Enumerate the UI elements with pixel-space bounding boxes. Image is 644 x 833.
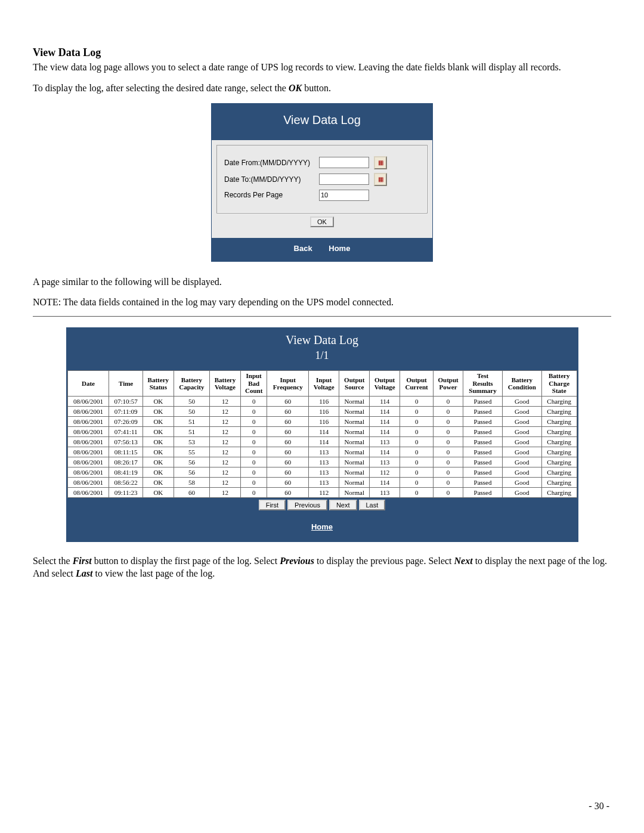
table-cell: 0 — [433, 457, 463, 467]
table-cell: 114 — [369, 427, 400, 437]
table-cell: Charging — [541, 457, 577, 467]
table-cell: Normal — [339, 457, 369, 467]
date-from-calendar-icon[interactable]: ▦ — [374, 156, 387, 169]
column-header: Time — [109, 371, 143, 397]
table-cell: OK — [143, 457, 174, 467]
table-cell: Charging — [541, 467, 577, 478]
table-cell: 60 — [267, 397, 309, 407]
table-cell: 08/06/2001 — [67, 397, 109, 407]
note-text: NOTE: The data fields contained in the l… — [33, 296, 611, 309]
table-cell: Charging — [541, 407, 577, 417]
table-cell: 0 — [240, 407, 267, 417]
table-cell: 112 — [309, 488, 339, 498]
table-cell: 0 — [433, 437, 463, 447]
table-cell: 113 — [369, 437, 400, 447]
table-cell: 113 — [369, 488, 400, 498]
table-cell: 08/06/2001 — [67, 447, 109, 457]
date-to-calendar-icon[interactable]: ▦ — [374, 173, 387, 186]
separator-line — [33, 316, 611, 317]
table-cell: 0 — [240, 427, 267, 437]
next-button[interactable]: Next — [329, 500, 357, 510]
table-cell: 60 — [267, 447, 309, 457]
table-cell: 0 — [240, 457, 267, 467]
table-cell: 0 — [433, 447, 463, 457]
table-cell: 0 — [400, 437, 433, 447]
table-cell: 12 — [209, 437, 240, 447]
column-header: Date — [67, 371, 109, 397]
table-cell: Passed — [463, 447, 502, 457]
column-header: BatteryCondition — [502, 371, 541, 397]
table-cell: 55 — [174, 447, 209, 457]
home-link[interactable]: Home — [329, 244, 350, 253]
table-cell: 08/06/2001 — [67, 437, 109, 447]
form-body-inner: Date From:(MM/DD/YYYY) ▦ Date To:(MM/DD/… — [216, 145, 428, 213]
table-cell: 12 — [209, 447, 240, 457]
records-per-page-input[interactable] — [319, 190, 369, 201]
column-header: InputBadCount — [240, 371, 267, 397]
table-cell: 60 — [267, 478, 309, 488]
table-cell: 114 — [309, 437, 339, 447]
table-cell: OK — [143, 437, 174, 447]
back-link[interactable]: Back — [294, 244, 312, 253]
table-cell: 114 — [369, 397, 400, 407]
date-to-input[interactable] — [319, 174, 369, 185]
table-cell: 08/06/2001 — [67, 427, 109, 437]
table-cell: Normal — [339, 478, 369, 488]
date-from-input[interactable] — [319, 157, 369, 168]
form-body-outer: Date From:(MM/DD/YYYY) ▦ Date To:(MM/DD/… — [212, 140, 432, 238]
table-cell: 08:41:19 — [109, 467, 143, 478]
table-cell: 0 — [240, 467, 267, 478]
table-cell: 0 — [433, 427, 463, 437]
table-cell: 08/06/2001 — [67, 478, 109, 488]
table-cell: 114 — [369, 478, 400, 488]
table-cell: Normal — [339, 397, 369, 407]
first-button[interactable]: First — [259, 500, 286, 510]
table-cell: 08/06/2001 — [67, 488, 109, 498]
table-row: 08/06/200107:11:09OK5012060116Normal1140… — [67, 407, 577, 417]
table-cell: 0 — [240, 417, 267, 427]
results-title: View Data Log — [67, 333, 577, 347]
table-cell: Normal — [339, 417, 369, 427]
table-cell: OK — [143, 447, 174, 457]
table-cell: Normal — [339, 467, 369, 478]
table-cell: 07:26:09 — [109, 417, 143, 427]
table-cell: 60 — [174, 488, 209, 498]
table-cell: OK — [143, 488, 174, 498]
table-cell: 114 — [369, 407, 400, 417]
table-cell: 0 — [240, 478, 267, 488]
table-cell: 12 — [209, 407, 240, 417]
table-cell: 0 — [400, 478, 433, 488]
table-cell: OK — [143, 397, 174, 407]
table-cell: 60 — [267, 457, 309, 467]
date-to-row: Date To:(MM/DD/YYYY) ▦ — [224, 173, 420, 186]
table-cell: 60 — [267, 417, 309, 427]
instruction-prefix: To display the log, after selecting the … — [33, 83, 289, 93]
ok-button[interactable]: OK — [310, 216, 334, 227]
table-cell: Passed — [463, 457, 502, 467]
table-cell: 0 — [433, 467, 463, 478]
table-cell: 12 — [209, 467, 240, 478]
table-cell: Good — [502, 397, 541, 407]
form-panel-title: View Data Log — [212, 104, 432, 140]
column-header: OutputCurrent — [400, 371, 433, 397]
instruction-paragraph: To display the log, after selecting the … — [33, 82, 611, 95]
closing-s3: to display the previous page. Select — [314, 556, 454, 566]
table-cell: 51 — [174, 427, 209, 437]
table-cell: Passed — [463, 467, 502, 478]
previous-button[interactable]: Previous — [287, 500, 327, 510]
table-cell: 08/06/2001 — [67, 407, 109, 417]
closing-s1: Select the — [33, 556, 73, 566]
table-row: 08/06/200108:41:19OK5612060113Normal1120… — [67, 467, 577, 478]
table-cell: 08/06/2001 — [67, 417, 109, 427]
table-cell: 114 — [369, 417, 400, 427]
table-cell: 07:56:13 — [109, 437, 143, 447]
results-panel: View Data Log 1/1 DateTimeBatteryStatusB… — [66, 327, 578, 542]
table-cell: Passed — [463, 427, 502, 437]
last-button[interactable]: Last — [359, 500, 386, 510]
table-cell: Passed — [463, 437, 502, 447]
records-per-page-row: Records Per Page — [224, 190, 420, 201]
table-cell: Normal — [339, 407, 369, 417]
closing-s2: button to display the first page of the … — [92, 556, 280, 566]
results-home-link[interactable]: Home — [67, 513, 577, 541]
table-cell: 0 — [433, 397, 463, 407]
